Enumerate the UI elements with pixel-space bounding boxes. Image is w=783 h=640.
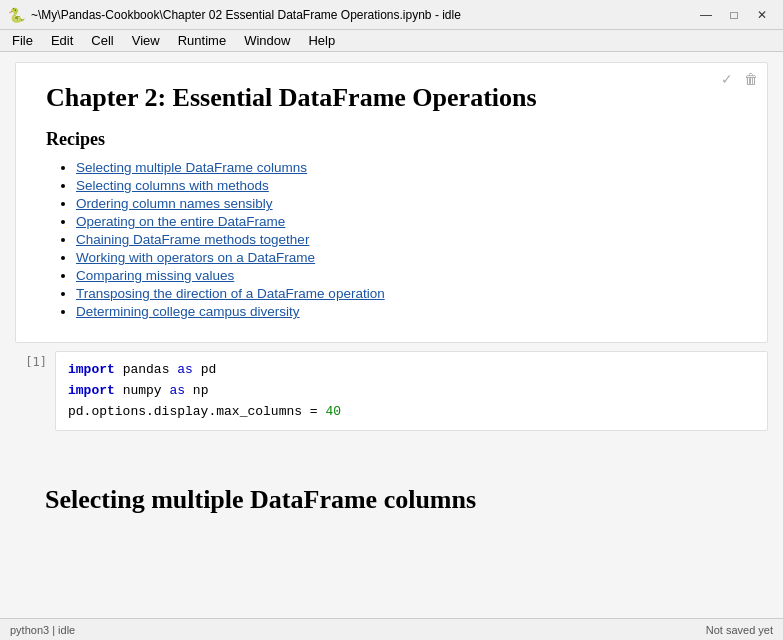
recipe-link-7[interactable]: Transposing the direction of a DataFrame…	[76, 286, 385, 301]
section-heading: Selecting multiple DataFrame columns	[15, 475, 768, 525]
menu-item-file[interactable]: File	[4, 31, 41, 50]
recipe-item-1: Selecting columns with methods	[76, 178, 737, 193]
recipe-link-4[interactable]: Chaining DataFrame methods together	[76, 232, 309, 247]
recipe-link-3[interactable]: Operating on the entire DataFrame	[76, 214, 285, 229]
title-bar-controls[interactable]: — □ ✕	[693, 5, 775, 25]
import-kw-1: import	[68, 362, 115, 377]
menu-item-edit[interactable]: Edit	[43, 31, 81, 50]
recipe-link-5[interactable]: Working with operators on a DataFrame	[76, 250, 315, 265]
minimize-button[interactable]: —	[693, 5, 719, 25]
recipe-item-2: Ordering column names sensibly	[76, 196, 737, 211]
recipe-link-2[interactable]: Ordering column names sensibly	[76, 196, 273, 211]
recipe-item-8: Determining college campus diversity	[76, 304, 737, 319]
recipe-item-0: Selecting multiple DataFrame columns	[76, 160, 737, 175]
recipe-item-4: Chaining DataFrame methods together	[76, 232, 737, 247]
menu-item-runtime[interactable]: Runtime	[170, 31, 234, 50]
cell-label: [1]	[15, 351, 55, 369]
menu-item-cell[interactable]: Cell	[83, 31, 121, 50]
title-bar-left: 🐍 ~\My\Pandas-Cookbook\Chapter 02 Essent…	[8, 7, 461, 23]
recipe-link-0[interactable]: Selecting multiple DataFrame columns	[76, 160, 307, 175]
code-cell: [1] import pandas as pd import numpy as …	[15, 351, 768, 431]
menu-item-window[interactable]: Window	[236, 31, 298, 50]
chapter-title: Chapter 2: Essential DataFrame Operation…	[46, 83, 737, 113]
code-block[interactable]: import pandas as pd import numpy as np p…	[55, 351, 768, 431]
recipe-item-5: Working with operators on a DataFrame	[76, 250, 737, 265]
title-bar: 🐍 ~\My\Pandas-Cookbook\Chapter 02 Essent…	[0, 0, 783, 30]
recipe-item-6: Comparing missing values	[76, 268, 737, 283]
status-left: python3 | idle	[10, 624, 75, 636]
cell-toolbar: ✓ 🗑	[717, 69, 761, 89]
menu-item-help[interactable]: Help	[300, 31, 343, 50]
recipe-link-8[interactable]: Determining college campus diversity	[76, 304, 300, 319]
import-kw-2: import	[68, 383, 115, 398]
recipes-heading: Recipes	[46, 129, 737, 150]
cell-delete-button[interactable]: 🗑	[741, 69, 761, 89]
markdown-cell: ✓ 🗑 Chapter 2: Essential DataFrame Opera…	[15, 62, 768, 343]
title-bar-text: ~\My\Pandas-Cookbook\Chapter 02 Essentia…	[31, 8, 461, 22]
maximize-button[interactable]: □	[721, 5, 747, 25]
code-line-2: import numpy as np	[68, 381, 755, 402]
recipe-item-3: Operating on the entire DataFrame	[76, 214, 737, 229]
status-bar: python3 | idle Not saved yet	[0, 618, 783, 640]
code-line-3: pd.options.display.max_columns = 40	[68, 402, 755, 423]
status-right: Not saved yet	[706, 624, 773, 636]
recipe-link-1[interactable]: Selecting columns with methods	[76, 178, 269, 193]
notebook-content: ✓ 🗑 Chapter 2: Essential DataFrame Opera…	[0, 52, 783, 618]
recipe-link-6[interactable]: Comparing missing values	[76, 268, 234, 283]
recipe-list: Selecting multiple DataFrame columnsSele…	[46, 160, 737, 319]
recipe-item-7: Transposing the direction of a DataFrame…	[76, 286, 737, 301]
menu-bar: FileEditCellViewRuntimeWindowHelp	[0, 30, 783, 52]
spacer	[15, 439, 768, 459]
cell-check-button[interactable]: ✓	[717, 69, 737, 89]
code-line-1: import pandas as pd	[68, 360, 755, 381]
menu-item-view[interactable]: View	[124, 31, 168, 50]
app-icon: 🐍	[8, 7, 25, 23]
close-button[interactable]: ✕	[749, 5, 775, 25]
